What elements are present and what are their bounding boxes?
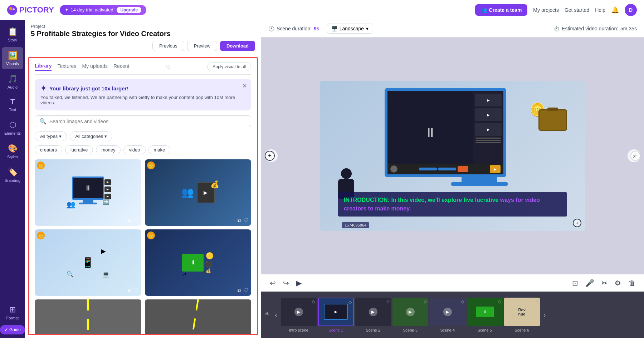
plus-left-button[interactable]: + <box>265 151 275 161</box>
notification-close-button[interactable]: ✕ <box>242 83 247 89</box>
briefcase <box>538 109 567 131</box>
card-heart-2[interactable]: ♡ <box>243 217 248 224</box>
notification-banner: ✦ Your library just got 10x larger! You … <box>35 79 251 110</box>
scene-container-3: ▶ ◇ Scene 3 <box>392 298 428 332</box>
tab-recent[interactable]: Recent <box>113 63 129 70</box>
chevron-down-icon3: ▾ <box>366 26 369 31</box>
search-input[interactable] <box>49 119 247 124</box>
play-button[interactable]: ▶ <box>295 277 303 289</box>
redo-button[interactable]: ↪ <box>282 277 291 289</box>
tab-my-uploads[interactable]: My uploads <box>82 63 108 70</box>
apply-visual-button[interactable]: Apply visual to all <box>207 63 251 71</box>
sidebar-label-audio: Audio <box>8 85 18 89</box>
tag-lucrative[interactable]: lucrative <box>65 145 93 154</box>
user-avatar[interactable]: D <box>625 4 637 16</box>
media-card-1[interactable]: ⏸ ▶ ▶ ▶ 👥 <box>35 159 141 226</box>
notification-bell-icon[interactable]: 🔔 <box>611 6 619 14</box>
tag-money[interactable]: money <box>96 145 121 154</box>
my-projects-link[interactable]: My projects <box>533 7 559 13</box>
tag-make[interactable]: make <box>148 145 171 154</box>
scene-container-6: Revnue ◇ Scene 6 <box>504 298 540 332</box>
filter-type-select[interactable]: All types ▾ <box>35 131 67 141</box>
get-started-link[interactable]: Get started <box>565 7 589 13</box>
video-preview: ‹ ⏸ ▶ <box>261 38 644 274</box>
scene-duration-value: 9s <box>314 26 319 31</box>
filter-category-select[interactable]: All categories ▾ <box>70 131 112 141</box>
sidebar-label-branding: Branding <box>5 178 20 183</box>
upgrade-button[interactable]: Upgrade <box>117 7 141 13</box>
media-card-6[interactable] <box>145 299 252 335</box>
svg-point-2 <box>13 8 15 10</box>
favorites-heart-icon[interactable]: ♡ <box>166 64 171 70</box>
preview-button[interactable]: Preview <box>187 41 217 51</box>
sidebar-item-story[interactable]: 📋 Story <box>2 24 23 46</box>
tab-textures[interactable]: Textures <box>57 63 76 70</box>
scene-thumb-1[interactable]: ▶ ◇ <box>318 298 354 326</box>
sidebar-item-visuals[interactable]: 🖼️ Visuals <box>2 47 23 69</box>
sidebar-item-text[interactable]: T Text <box>2 94 23 115</box>
caption-bar: INTRODUCTION: In this video, we'll explo… <box>338 192 567 217</box>
media-card-4[interactable]: ⏸ 🟡 ⬛ 💰 ↗ 👑 ♡ ⧉ <box>145 229 252 296</box>
sidebar-label-story: Story <box>8 38 17 42</box>
scene-label-intro: Intro scene <box>289 327 308 332</box>
previous-button[interactable]: Previous <box>152 41 184 51</box>
sidebar-item-audio[interactable]: 🎵 Audio <box>2 71 23 93</box>
left-sidebar: 📋 Story 🖼️ Visuals 🎵 Audio T Text ⬡ Elem… <box>0 20 25 338</box>
road2-svg <box>145 299 252 335</box>
styles-icon: 🎨 <box>8 144 18 153</box>
card-copy-2[interactable]: ⧉ <box>238 218 241 224</box>
media-card-5[interactable] <box>35 299 141 335</box>
create-team-label: Create a team <box>489 7 522 13</box>
visibility-icon[interactable]: 👁 <box>265 311 270 317</box>
delete-button[interactable]: 🗑 <box>627 278 637 289</box>
download-button[interactable]: Download <box>220 41 255 51</box>
undo-button[interactable]: ↩ <box>268 277 277 289</box>
next-scene-button[interactable]: › <box>628 149 640 162</box>
guide-button[interactable]: ✔ Guide <box>0 325 25 334</box>
trial-badge: ✦ 14 day trial activated! Upgrade <box>60 5 147 15</box>
svg-rect-5 <box>145 299 252 335</box>
sidebar-item-branding[interactable]: 🏷️ Branding <box>2 164 23 186</box>
mic-button[interactable]: 🎤 <box>584 277 596 289</box>
create-team-button[interactable]: 👥 Create a team <box>475 4 528 16</box>
diamond-icon: ◇ <box>312 299 315 304</box>
scene-thumb-4[interactable]: ▶ ◇ <box>430 298 465 326</box>
card-copy-1[interactable]: ⧉ <box>128 218 131 224</box>
sidebar-item-format[interactable]: ⊞ Format <box>2 302 23 324</box>
cut-button[interactable]: ✂ <box>600 277 609 289</box>
sidebar-item-elements[interactable]: ⬡ Elements <box>2 117 23 139</box>
card-heart-3[interactable]: ♡ <box>133 287 138 294</box>
scene-thumb-6[interactable]: Revnue ◇ <box>504 298 540 326</box>
landscape-selector[interactable]: 🖥️ Landscape ▾ <box>327 24 374 34</box>
media-card-2[interactable]: 👥 ▶ 💰 👑 ♡ ⧉ <box>145 159 252 226</box>
tags-row: creators lucrative money video make <box>35 145 251 154</box>
card-copy-3[interactable]: ⧉ <box>128 288 131 294</box>
card-copy-4[interactable]: ⧉ <box>238 288 241 294</box>
sidebar-item-styles[interactable]: 🎨 Styles <box>2 140 23 163</box>
tag-creators[interactable]: creators <box>35 145 62 154</box>
scene-container-4: ▶ ◇ Scene 4 <box>430 298 465 332</box>
premium-badge-1: 👑 <box>37 161 45 169</box>
plus-corner-button[interactable]: + <box>573 219 581 227</box>
video-frame: ⏸ ▶ ▶ ▶ <box>320 81 585 231</box>
help-link[interactable]: Help <box>595 7 605 13</box>
tag-video[interactable]: video <box>123 145 145 154</box>
settings-button[interactable]: ⚙ <box>613 277 623 289</box>
timeline-left-arrow[interactable]: ‹ <box>273 311 279 319</box>
card-heart-1[interactable]: ♡ <box>133 217 138 224</box>
right-area: 🕐 Scene duration: 9s 🖥️ Landscape ▾ ⏱️ E… <box>261 20 644 338</box>
scene-thumb-3[interactable]: ▶ ◇ <box>392 298 428 326</box>
subtitle-button[interactable]: ⊡ <box>571 277 580 289</box>
filter-category-label: All categories <box>75 134 103 139</box>
media-card-3[interactable]: 📱 ▶ 🔍 💻 👑 ♡ ⧉ <box>35 229 141 296</box>
timeline-right-arrow[interactable]: › <box>541 311 548 319</box>
scene-container-intro: ▶ ◇ Intro scene <box>281 298 317 332</box>
tab-library[interactable]: Library <box>35 63 52 71</box>
elements-icon: ⬡ <box>9 120 16 130</box>
premium-badge-4: 👑 <box>147 232 155 239</box>
card-heart-4[interactable]: ♡ <box>243 287 248 294</box>
scene-duration: 🕐 Scene duration: 9s <box>268 26 319 31</box>
scene-thumb-5[interactable]: ⏸ ◇ <box>467 298 503 326</box>
scene-thumb-intro[interactable]: ▶ ◇ <box>281 298 317 326</box>
scene-thumb-2[interactable]: ▶ ◇ <box>355 298 391 326</box>
